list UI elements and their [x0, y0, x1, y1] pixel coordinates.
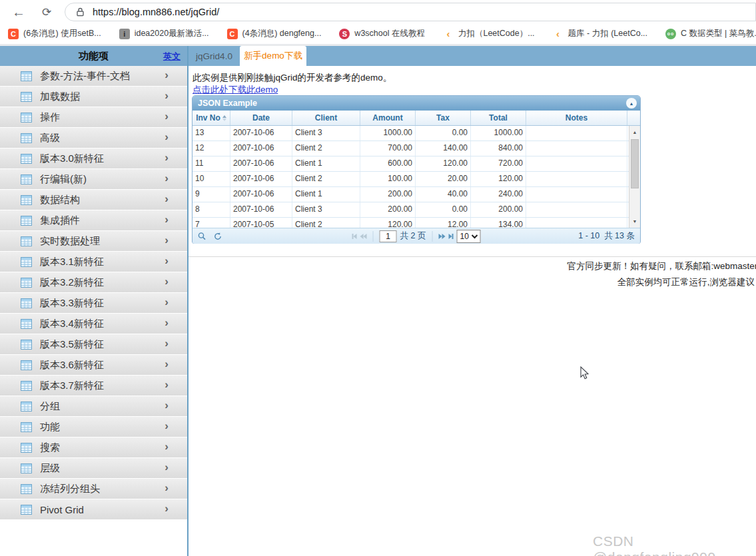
bookmark-item[interactable]: C (6条消息) 使用setB... [8, 28, 101, 39]
refresh-icon[interactable] [213, 232, 222, 241]
bookmark-favicon: C [8, 29, 19, 39]
search-icon[interactable] [197, 232, 206, 241]
sidebar-item-label: 实时数据处理 [40, 235, 100, 248]
sidebar-menu-item[interactable]: 操作 › [0, 107, 187, 128]
sidebar-menu-item[interactable]: 版本3.2新特征 › [0, 272, 187, 293]
sidebar-menu-item[interactable]: 冻结列分组头 › [0, 479, 187, 499]
sidebar-menu-item[interactable]: 行编辑(新) › [0, 169, 187, 190]
sort-icon[interactable] [222, 115, 226, 121]
cell-amount: 120.00 [360, 218, 416, 228]
column-header-amount[interactable]: Amount [360, 111, 416, 125]
grid-table-icon [21, 298, 32, 308]
grid-table-icon [21, 113, 32, 123]
language-switch-link[interactable]: 英文 [163, 51, 181, 63]
cell-total: 1000.00 [471, 126, 526, 140]
column-header-client[interactable]: Client [292, 111, 360, 125]
cell-client: Client 2 [292, 172, 360, 186]
next-page-icon[interactable] [438, 234, 445, 239]
chevron-right-icon: › [165, 89, 169, 103]
grid-table-icon [21, 422, 32, 432]
cell-client: Client 2 [292, 218, 360, 228]
sidebar-menu-item[interactable]: 版本3.5新特征 › [0, 334, 187, 355]
bookmark-favicon: C [227, 29, 238, 39]
sidebar-header: 功能项 英文 [0, 46, 187, 66]
prev-page-icon[interactable] [360, 234, 367, 239]
bookmark-item[interactable]: ‹ 题库 - 力扣 (LeetCo... [553, 28, 647, 39]
cell-notes [526, 187, 627, 202]
chevron-right-icon: › [165, 358, 169, 371]
sidebar-menu-item[interactable]: 功能 › [0, 417, 187, 437]
vertical-scrollbar[interactable]: ▲ ▼ [629, 126, 640, 228]
column-header-invno[interactable]: Inv No [192, 111, 230, 125]
bookmark-item[interactable]: S w3school 在线教程 [339, 28, 425, 39]
last-page-icon[interactable] [448, 234, 453, 239]
sidebar-menu-item[interactable]: 版本3.4新特征 › [0, 314, 187, 334]
bookmark-item[interactable]: C (4条消息) dengfeng... [227, 28, 322, 39]
table-row[interactable]: 10 2007-10-06 Client 2 100.00 20.00 120.… [192, 172, 640, 187]
cell-amount: 100.00 [360, 172, 416, 186]
table-row[interactable]: 12 2007-10-06 Client 2 700.00 140.00 840… [192, 141, 640, 156]
tab-demo-download[interactable]: 新手demo下载 [240, 46, 306, 66]
grid-table-icon [21, 360, 32, 370]
sidebar-menu-item[interactable]: 版本3.1新特征 › [0, 252, 187, 272]
scroll-up-icon[interactable]: ▲ [629, 127, 640, 137]
back-icon[interactable]: ← [9, 3, 28, 21]
cell-invno: 12 [192, 141, 230, 156]
sidebar-menu-item[interactable]: 版本3.0新特征 › [0, 148, 187, 169]
bookmarks-bar: C (6条消息) 使用setB... i idea2020最新激活... C (… [0, 23, 756, 44]
page-size-select[interactable]: 10 [456, 230, 480, 243]
sidebar-menu-item[interactable]: 版本3.7新特征 › [0, 376, 187, 396]
sidebar-menu-item[interactable]: 加载数据 › [0, 87, 187, 107]
sidebar-item-label: 版本3.5新特征 [40, 338, 104, 351]
sidebar-menu-item[interactable]: 版本3.6新特征 › [0, 355, 187, 376]
cell-date: 2007-10-06 [230, 187, 292, 202]
grid-table-icon [21, 319, 32, 329]
cell-invno: 8 [192, 202, 230, 217]
sidebar-menu-item[interactable]: 分组 › [0, 396, 187, 417]
sidebar-menu-item[interactable]: 集成插件 › [0, 210, 187, 231]
column-header-notes[interactable]: Notes [526, 111, 627, 125]
reload-icon[interactable]: ⟳ [37, 3, 56, 21]
url-text[interactable]: https://blog.mn886.net/jqGrid/ [93, 7, 219, 17]
sidebar-item-label: 高级 [40, 132, 60, 144]
header-scrollbar-spacer [627, 111, 640, 125]
table-row[interactable]: 7 2007-10-05 Client 2 120.00 12.00 134.0… [192, 218, 640, 228]
sidebar-menu-item[interactable]: Pivot Grid › [0, 499, 187, 520]
table-row[interactable]: 9 2007-10-06 Client 1 200.00 40.00 240.0… [192, 187, 640, 202]
first-page-icon[interactable] [352, 234, 357, 239]
bookmark-item[interactable]: oo C 数据类型 | 菜鸟教... [665, 28, 756, 39]
grid-table-icon [21, 257, 32, 267]
sidebar-menu-item[interactable]: 版本3.3新特征 › [0, 293, 187, 314]
sidebar-menu-item[interactable]: 搜索 › [0, 437, 187, 458]
scroll-down-icon[interactable]: ▼ [629, 216, 640, 226]
record-range-label: 1 - 10 共 13 条 [578, 230, 635, 242]
scrollbar-thumb[interactable] [631, 139, 639, 188]
table-row[interactable]: 8 2007-10-06 Client 3 200.00 0.00 200.00 [192, 202, 640, 218]
download-demo-link[interactable]: 点击此处下载此demo [192, 84, 278, 96]
sidebar-menu-item[interactable]: 层级 › [0, 458, 187, 479]
bookmark-item[interactable]: ‹ 力扣（LeetCode）... [443, 28, 535, 39]
table-row[interactable]: 13 2007-10-06 Client 3 1000.00 0.00 1000… [192, 126, 640, 141]
table-row[interactable]: 11 2007-10-06 Client 1 600.00 120.00 720… [192, 156, 640, 172]
column-header-total[interactable]: Total [471, 111, 526, 125]
sidebar-menu-item[interactable]: 高级 › [0, 128, 187, 148]
bookmark-label: 题库 - 力扣 (LeetCo... [568, 28, 647, 39]
sidebar-item-label: Pivot Grid [40, 504, 84, 515]
collapse-grid-button[interactable]: ▲ [626, 98, 637, 109]
sidebar-item-label: 参数-方法-事件-文档 [40, 70, 130, 83]
address-bar[interactable]: https://blog.mn886.net/jqGrid/ [65, 3, 756, 21]
column-header-tax[interactable]: Tax [416, 111, 471, 125]
cell-client: Client 1 [292, 187, 360, 202]
lock-icon[interactable] [76, 7, 85, 17]
sidebar-menu-item[interactable]: 实时数据处理 › [0, 231, 187, 252]
tab-jqgrid40[interactable]: jqGrid4.0 [189, 46, 240, 66]
page-number-input[interactable] [380, 230, 397, 242]
grid-table-icon [21, 71, 32, 81]
sidebar-item-label: 分组 [40, 400, 60, 413]
column-header-date[interactable]: Date [230, 111, 292, 125]
sidebar-item-label: 版本3.1新特征 [40, 256, 104, 268]
bookmark-item[interactable]: i idea2020最新激活... [119, 28, 209, 39]
chevron-right-icon: › [165, 131, 169, 144]
sidebar-menu-item[interactable]: 参数-方法-事件-文档 › [0, 66, 187, 87]
sidebar-menu-item[interactable]: 数据结构 › [0, 190, 187, 210]
